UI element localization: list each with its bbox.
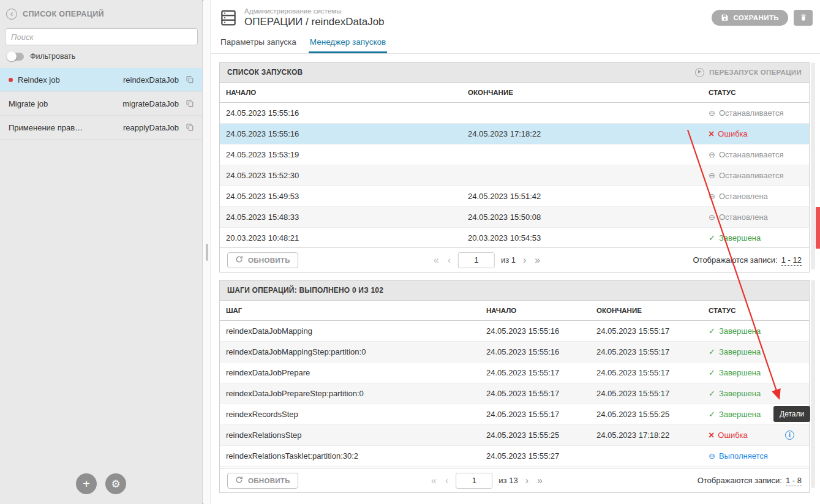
- page-input[interactable]: [458, 252, 495, 268]
- status-label: Завершена: [719, 410, 761, 419]
- step-start: 24.05.2023 15:55:17: [480, 389, 590, 398]
- save-label: СОХРАНИТЬ: [733, 14, 779, 21]
- launch-row[interactable]: 24.05.2023 15:55:1624.05.2023 17:18:22×О…: [220, 124, 809, 145]
- step-end: 24.05.2023 15:55:25: [590, 410, 702, 419]
- launch-row[interactable]: 24.05.2023 15:48:3324.05.2023 15:50:08⊖О…: [220, 207, 809, 228]
- status-cell: ✓Завершена: [702, 389, 809, 398]
- tab-launch-params[interactable]: Параметры запуска: [219, 34, 298, 53]
- operations-icon: [219, 9, 238, 27]
- delete-button[interactable]: [794, 10, 813, 26]
- sidebar-header: ‹ СПИСОК ОПЕРАЦИЙ: [0, 0, 202, 26]
- status-done-icon: ✓: [709, 233, 715, 243]
- page-input[interactable]: [456, 473, 492, 489]
- status-done-icon: ✓: [709, 368, 715, 377]
- step-row[interactable]: reindexDataJobMappingStep:partition:024.…: [220, 342, 809, 363]
- steps-table-scrollbar[interactable]: [811, 280, 815, 488]
- refresh-button[interactable]: ОБНОВИТЬ: [227, 252, 298, 268]
- step-end: 24.05.2023 15:55:17: [590, 347, 702, 356]
- step-start: 24.05.2023 15:55:25: [480, 431, 590, 440]
- status-label: Выполняется: [719, 451, 768, 461]
- launch-row[interactable]: 24.05.2023 15:52:30⊖Останавливается: [220, 165, 809, 186]
- step-start: 24.05.2023 15:55:16: [480, 326, 590, 336]
- launch-list-panel: СПИСОК ЗАПУСКОВ ПЕРЕЗАПУСК ОПЕРАЦИИ НАЧА…: [219, 62, 810, 273]
- column-header-step: ШАГ: [220, 307, 480, 314]
- next-page-icon[interactable]: ›: [522, 255, 527, 265]
- last-page-icon[interactable]: »: [533, 255, 541, 265]
- page-header: Администрирование системы ОПЕРАЦИИ / rei…: [211, 0, 820, 34]
- last-page-icon[interactable]: »: [536, 476, 544, 486]
- status-label: Ошибка: [718, 431, 747, 440]
- launch-row[interactable]: 24.05.2023 15:53:19⊖Останавливается: [220, 145, 809, 165]
- filter-row: Фильтровать: [0, 51, 202, 68]
- prev-page-icon[interactable]: ‹: [446, 255, 452, 265]
- first-page-icon[interactable]: «: [432, 255, 440, 265]
- launch-start: 24.05.2023 15:53:19: [220, 150, 462, 159]
- copy-icon[interactable]: [186, 99, 195, 108]
- status-label: Завершена: [719, 368, 761, 377]
- first-page-icon[interactable]: «: [430, 476, 438, 486]
- step-row[interactable]: reindexRelationsTasklet:partition:30:224…: [220, 446, 809, 467]
- step-start: 24.05.2023 15:55:17: [480, 410, 590, 419]
- next-page-icon[interactable]: ›: [524, 476, 530, 486]
- step-name: reindexRecordsStep: [220, 410, 480, 419]
- step-start: 24.05.2023 15:55:17: [480, 368, 590, 377]
- status-label: Останавливается: [719, 171, 784, 180]
- records-info: Отображаются записи:1 - 12: [693, 255, 802, 265]
- step-row[interactable]: reindexRecordsStep24.05.2023 15:55:1724.…: [220, 404, 809, 425]
- status-done-icon: ✓: [709, 347, 715, 356]
- copy-icon[interactable]: [186, 123, 195, 132]
- sidebar-resize-handle[interactable]: [203, 0, 211, 504]
- launch-row[interactable]: 24.05.2023 15:49:5324.05.2023 15:51:42⊖О…: [220, 186, 809, 207]
- step-row[interactable]: reindexDataJobPrepareStep:partition:024.…: [220, 383, 809, 404]
- page-title: ОПЕРАЦИИ / reindexDataJob: [244, 16, 712, 28]
- operation-list-item[interactable]: Reindex jobreindexDataJob: [0, 68, 202, 92]
- status-done-icon: ✓: [709, 389, 715, 398]
- step-name: reindexDataJobMapping: [220, 326, 480, 336]
- status-cell: ✓Завершена: [702, 326, 809, 336]
- column-header-start: НАЧАЛО: [220, 89, 462, 96]
- save-button[interactable]: СОХРАНИТЬ: [712, 10, 788, 26]
- steps-panel: ШАГИ ОПЕРАЦИЙ: ВЫПОЛНЕНО 0 ИЗ 102 ШАГ НА…: [219, 280, 810, 493]
- launch-end: 20.03.2023 10:54:53: [462, 233, 702, 243]
- status-cell: ⊖Останавливается: [702, 108, 809, 118]
- settings-button[interactable]: ⚙: [105, 473, 126, 494]
- steps-panel-title: ШАГИ ОПЕРАЦИЙ: ВЫПОЛНЕНО 0 ИЗ 102: [227, 286, 383, 295]
- launch-start: 24.05.2023 15:55:16: [220, 108, 462, 118]
- step-row[interactable]: reindexDataJobMapping24.05.2023 15:55:16…: [220, 321, 809, 342]
- step-row[interactable]: reindexRelationsStep24.05.2023 15:55:252…: [220, 425, 809, 446]
- restart-operation-button[interactable]: ПЕРЕЗАПУСК ОПЕРАЦИИ: [695, 68, 802, 77]
- launch-table-scrollbar[interactable]: [811, 62, 815, 269]
- prev-page-icon[interactable]: ‹: [444, 476, 449, 486]
- status-cell: ×Ошибкаi: [702, 431, 809, 440]
- status-cell: ✓Завершена: [702, 347, 809, 356]
- status-label: Останавливается: [719, 150, 784, 159]
- steps-table-header: ШАГ НАЧАЛО ОКОНЧАНИЕ СТАТУС: [220, 301, 809, 321]
- operation-list-item[interactable]: Migrate jobmigrateDataJob: [0, 92, 202, 116]
- status-stopping-icon: ⊖: [709, 150, 715, 159]
- add-operation-button[interactable]: +: [76, 473, 97, 494]
- status-cell: ⊖Останавливается: [702, 150, 809, 159]
- launch-row[interactable]: 20.03.2023 10:48:2120.03.2023 10:54:53✓З…: [220, 228, 809, 247]
- records-info: Отображаются записи:1 - 8: [698, 476, 802, 485]
- operation-name: Reindex job: [18, 75, 123, 85]
- launch-row[interactable]: 24.05.2023 15:55:16⊖Останавливается: [220, 103, 809, 124]
- tab-launch-manager[interactable]: Менеджер запусков: [309, 34, 387, 53]
- launch-table-body: 24.05.2023 15:55:16⊖Останавливается24.05…: [220, 103, 809, 247]
- operation-list-item[interactable]: Применение прав…reapplyDataJob: [0, 116, 202, 140]
- status-stopping-icon: ⊖: [709, 171, 715, 180]
- refresh-button[interactable]: ОБНОВИТЬ: [227, 473, 298, 489]
- operation-code: reapplyDataJob: [123, 123, 179, 132]
- details-info-icon[interactable]: i: [785, 431, 794, 440]
- search-input[interactable]: [5, 28, 198, 45]
- launch-end: 24.05.2023 15:50:08: [462, 213, 702, 222]
- copy-icon[interactable]: [186, 75, 195, 85]
- records-range[interactable]: 1 - 12: [781, 255, 802, 266]
- operation-name: Migrate job: [9, 99, 122, 108]
- status-done-icon: ✓: [709, 326, 715, 336]
- back-icon[interactable]: ‹: [6, 9, 17, 20]
- records-range[interactable]: 1 - 8: [786, 476, 802, 486]
- step-row[interactable]: reindexDataJobPrepare24.05.2023 15:55:17…: [220, 363, 809, 383]
- status-cell: ✓Завершена: [702, 368, 809, 377]
- restart-label: ПЕРЕЗАПУСК ОПЕРАЦИИ: [709, 69, 802, 76]
- filter-toggle[interactable]: [7, 53, 24, 61]
